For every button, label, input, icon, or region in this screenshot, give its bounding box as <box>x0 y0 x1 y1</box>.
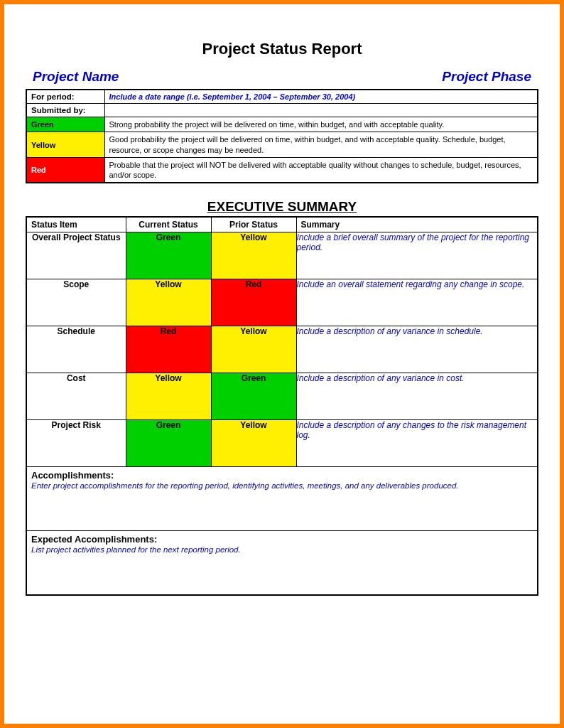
submitted-by-row: Submitted by: <box>26 104 538 117</box>
for-period-row: For period: Include a date range (i.e. S… <box>26 90 538 104</box>
summary-cell: Include a description of any variance in… <box>296 373 538 420</box>
summary-cell: Include a description of any changes to … <box>296 420 538 467</box>
prior-status-cell: Yellow <box>211 420 296 467</box>
exec-header-row: Status Item Current Status Prior Status … <box>26 217 538 232</box>
expected-accomplishments-row: Expected Accomplishments: List project a… <box>26 531 538 595</box>
prior-status-cell: Red <box>211 279 296 326</box>
expected-title: Expected Accomplishments: <box>31 534 533 545</box>
submitted-by-value <box>104 104 538 117</box>
header-current-status: Current Status <box>126 217 211 232</box>
submitted-by-label: Submitted by: <box>26 104 104 117</box>
table-row: Schedule Red Yellow Include a descriptio… <box>26 326 538 373</box>
legend-row-red: Red Probable that the project will NOT b… <box>26 157 538 183</box>
current-status-cell: Green <box>126 232 211 279</box>
current-status-cell: Green <box>126 420 211 467</box>
info-table: For period: Include a date range (i.e. S… <box>26 89 538 183</box>
legend-red-desc: Probable that the project will NOT be de… <box>104 157 538 183</box>
status-item-schedule: Schedule <box>26 326 126 373</box>
current-status-cell: Yellow <box>126 373 211 420</box>
for-period-value: Include a date range (i.e. September 1, … <box>104 90 538 104</box>
accomplishments-title: Accomplishments: <box>31 470 533 481</box>
status-item-overall: Overall Project Status <box>26 232 126 279</box>
summary-cell: Include a description of any variance in… <box>296 326 538 373</box>
legend-green-label: Green <box>26 117 104 132</box>
legend-yellow-label: Yellow <box>26 132 104 158</box>
expected-text: List project activities planned for the … <box>31 545 533 554</box>
header-prior-status: Prior Status <box>211 217 296 232</box>
status-item-cost: Cost <box>26 373 126 420</box>
legend-red-label: Red <box>26 157 104 183</box>
prior-status-cell: Yellow <box>211 326 296 373</box>
table-row: Cost Yellow Green Include a description … <box>26 373 538 420</box>
legend-green-desc: Strong probability the project will be d… <box>104 117 538 132</box>
table-row: Project Risk Green Yellow Include a desc… <box>26 420 538 467</box>
for-period-label: For period: <box>26 90 104 104</box>
status-item-risk: Project Risk <box>26 420 126 467</box>
legend-row-yellow: Yellow Good probability the project will… <box>26 132 538 158</box>
current-status-cell: Yellow <box>126 279 211 326</box>
header-summary: Summary <box>296 217 538 232</box>
table-row: Scope Yellow Red Include an overall stat… <box>26 279 538 326</box>
summary-cell: Include an overall statement regarding a… <box>296 279 538 326</box>
executive-summary-table: Status Item Current Status Prior Status … <box>26 216 538 596</box>
project-name-label: Project Name <box>33 69 119 85</box>
table-row: Overall Project Status Green Yellow Incl… <box>26 232 538 279</box>
accomplishments-row: Accomplishments: Enter project accomplis… <box>26 467 538 531</box>
executive-summary-title: EXECUTIVE SUMMARY <box>26 199 538 215</box>
header-status-item: Status Item <box>26 217 126 232</box>
page-title: Project Status Report <box>26 40 538 58</box>
accomplishments-text: Enter project accomplishments for the re… <box>31 481 533 490</box>
legend-yellow-desc: Good probability the project will be del… <box>104 132 538 158</box>
summary-cell: Include a brief overall summary of the p… <box>296 232 538 279</box>
legend-row-green: Green Strong probability the project wil… <box>26 117 538 132</box>
header-row: Project Name Project Phase <box>26 69 538 89</box>
prior-status-cell: Green <box>211 373 296 420</box>
status-item-scope: Scope <box>26 279 126 326</box>
current-status-cell: Red <box>126 326 211 373</box>
project-phase-label: Project Phase <box>442 69 531 85</box>
prior-status-cell: Yellow <box>211 232 296 279</box>
